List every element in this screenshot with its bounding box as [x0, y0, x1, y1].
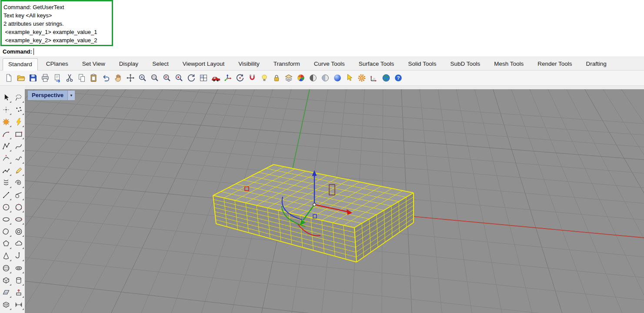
- menu-tab-surface-tools[interactable]: Surface Tools: [353, 58, 400, 70]
- perspective-viewport[interactable]: Perspective ▼: [25, 89, 644, 313]
- command-prompt-row[interactable]: Command:: [0, 46, 644, 57]
- extrude-icon: [14, 288, 23, 297]
- viewport-title-text[interactable]: Perspective: [28, 91, 67, 100]
- ellipse-tool[interactable]: [0, 214, 12, 225]
- record-history-button[interactable]: [234, 72, 246, 84]
- menu-tab-display[interactable]: Display: [113, 58, 144, 70]
- polyline-tool[interactable]: [0, 141, 12, 152]
- menu-tab-select[interactable]: Select: [147, 58, 174, 70]
- gumball-icon: [223, 73, 233, 83]
- donut-tool[interactable]: [13, 226, 24, 237]
- lock-button[interactable]: [270, 72, 282, 84]
- circle-3pt-tool[interactable]: [13, 202, 24, 213]
- gumball-button[interactable]: [222, 72, 234, 84]
- line-tool[interactable]: [0, 189, 12, 201]
- mesh-box-icon: [2, 300, 10, 309]
- menu-tab-cplanes[interactable]: CPlanes: [40, 58, 74, 70]
- help-button[interactable]: ?: [392, 72, 404, 84]
- arc-tool[interactable]: [0, 128, 12, 140]
- pointer-settings-button[interactable]: [344, 72, 355, 84]
- zoom-dynamic-button[interactable]: [137, 72, 148, 84]
- viewport-title[interactable]: Perspective ▼: [28, 91, 75, 100]
- lamp-button[interactable]: [258, 72, 270, 84]
- cylinder-tool[interactable]: [13, 275, 24, 286]
- open-file-button[interactable]: [15, 72, 27, 84]
- cut-icon: [65, 73, 74, 83]
- polygon-tool[interactable]: [0, 238, 12, 249]
- pan-button[interactable]: [112, 72, 124, 84]
- menu-tab-mesh-tools[interactable]: Mesh Tools: [488, 58, 529, 70]
- tangent-line-tool[interactable]: [13, 189, 24, 201]
- move-view-button[interactable]: [124, 72, 136, 84]
- closed-curve-tool[interactable]: [0, 226, 12, 237]
- menu-tab-standard[interactable]: Standard: [3, 58, 38, 71]
- ellipse-diameter-icon: [14, 215, 23, 224]
- new-file-button[interactable]: [3, 72, 14, 84]
- curve-tool[interactable]: [13, 141, 24, 152]
- viewport-menu-arrow-icon[interactable]: ▼: [67, 91, 75, 100]
- zoom-selected-button[interactable]: [173, 72, 185, 84]
- curve-through-points-icon: [2, 166, 10, 175]
- viewport-canvas[interactable]: [25, 89, 644, 313]
- zoom-extents-button[interactable]: [161, 72, 173, 84]
- curve-through-points-tool[interactable]: [0, 165, 12, 176]
- control-curve-tool[interactable]: [0, 153, 12, 164]
- multiple-points-tool[interactable]: [13, 104, 24, 115]
- point-tool[interactable]: [0, 104, 12, 115]
- menu-tab-visibility[interactable]: Visibility: [233, 58, 265, 70]
- color-wheel-button[interactable]: [295, 72, 307, 84]
- menu-tab-set-view[interactable]: Set View: [77, 58, 111, 70]
- menu-tab-render-tools[interactable]: Render Tools: [532, 58, 577, 70]
- spiral-icon: [14, 178, 23, 187]
- rotate-view-button[interactable]: [185, 72, 197, 84]
- menu-tab-drafting[interactable]: Drafting: [581, 58, 612, 70]
- circle-tool[interactable]: [0, 202, 12, 213]
- select-tool[interactable]: [0, 92, 12, 103]
- cut-button[interactable]: [63, 72, 75, 84]
- shaded-view-button[interactable]: [307, 72, 319, 84]
- menu-tab-curve-tools[interactable]: Curve Tools: [308, 58, 350, 70]
- rendered-view-button[interactable]: [331, 72, 343, 84]
- selected-box-object[interactable]: [213, 165, 414, 262]
- star-burst-tool[interactable]: [0, 116, 12, 128]
- box-tool[interactable]: [0, 275, 12, 286]
- menu-tab-transform[interactable]: Transform: [268, 58, 306, 70]
- sphere-tool[interactable]: [0, 263, 12, 274]
- spiral-tool[interactable]: [13, 177, 24, 188]
- car-button[interactable]: [210, 72, 221, 84]
- dimension-tool[interactable]: [13, 299, 24, 310]
- menu-tab-bar: StandardCPlanesSet ViewDisplaySelectView…: [0, 57, 644, 71]
- circle-3pt-icon: [14, 203, 23, 212]
- surface-tool[interactable]: [0, 287, 12, 298]
- extrude-tool[interactable]: [13, 287, 24, 298]
- ellipse-diameter-tool[interactable]: [13, 214, 24, 225]
- zoom-window-button[interactable]: [149, 72, 160, 84]
- lasso-select-tool[interactable]: [13, 92, 24, 103]
- save-button[interactable]: [27, 72, 39, 84]
- copy-button[interactable]: [76, 72, 87, 84]
- rectangle-3pt-tool[interactable]: [13, 128, 24, 140]
- menu-tab-viewport-layout[interactable]: Viewport Layout: [177, 58, 230, 70]
- earth-button[interactable]: [380, 72, 392, 84]
- mesh-box-tool[interactable]: [0, 299, 12, 310]
- lightning-tool[interactable]: [13, 116, 24, 128]
- sketch-tool[interactable]: [13, 165, 24, 176]
- cone-tool[interactable]: [0, 250, 12, 262]
- viewport-layout-button[interactable]: [197, 72, 209, 84]
- torus-tool[interactable]: [13, 263, 24, 274]
- freeform-curve-tool[interactable]: [13, 153, 24, 164]
- cloud-tool[interactable]: [13, 238, 24, 249]
- menu-tab-solid-tools[interactable]: Solid Tools: [402, 58, 442, 70]
- cplane-button[interactable]: [368, 72, 380, 84]
- paste-button[interactable]: [88, 72, 100, 84]
- menu-tab-subd-tools[interactable]: SubD Tools: [444, 58, 486, 70]
- copy-clipboard-button[interactable]: [51, 72, 63, 84]
- hook-tool[interactable]: [13, 250, 24, 262]
- object-snap-button[interactable]: [246, 72, 258, 84]
- undo-button[interactable]: [100, 72, 112, 84]
- options-gear-button[interactable]: [356, 72, 367, 84]
- layer-button[interactable]: [283, 72, 294, 84]
- helix-tool[interactable]: [0, 177, 12, 188]
- print-button[interactable]: [39, 72, 51, 84]
- ghosted-view-button[interactable]: [319, 72, 331, 84]
